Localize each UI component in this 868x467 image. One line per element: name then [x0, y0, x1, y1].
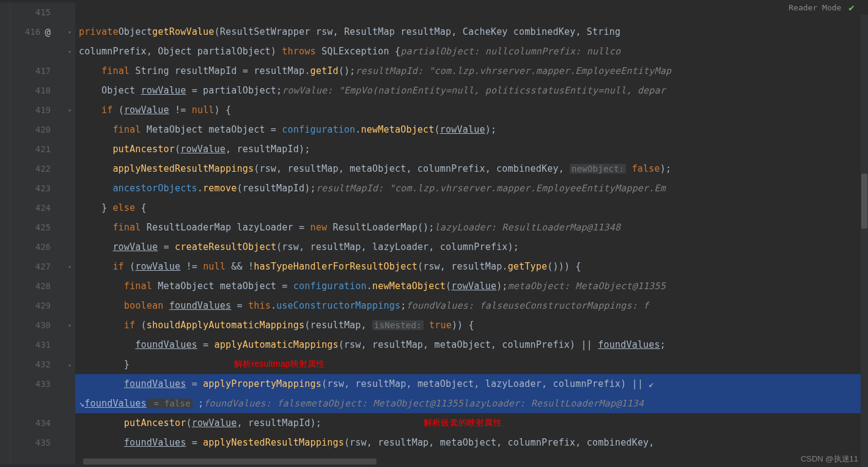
code-line[interactable]: } else { — [75, 198, 868, 218]
fold-icon[interactable]: ▾ — [64, 100, 75, 120]
line-number[interactable]: 419 — [10, 100, 64, 120]
line-number[interactable]: 423 — [10, 178, 64, 198]
code-line[interactable]: if (shouldApplyAutomaticMappings(resultM… — [75, 315, 868, 335]
code-line[interactable]: putAncestor(rowValue, resultMapId);解析嵌套的… — [75, 413, 868, 433]
left-margin — [0, 2, 10, 465]
code-line[interactable]: rowValue = createResultObject(rsw, resul… — [75, 237, 868, 257]
code-line[interactable]: putAncestor(rowValue, resultMapId); — [75, 139, 868, 159]
line-number[interactable]: 433 — [10, 374, 64, 394]
line-number[interactable]: 422 — [10, 159, 64, 178]
line-number[interactable]: 431 — [10, 335, 64, 355]
code-line[interactable]: final MetaObject metaObject = configurat… — [75, 120, 868, 139]
fold-gutter: ▾▾ ▾ ▾ ▾ ▴ — [64, 2, 75, 465]
code-area[interactable]: private Object getRowValue(ResultSetWrap… — [75, 2, 868, 465]
fold-icon[interactable]: ▴ — [64, 355, 75, 374]
code-line[interactable]: final MetaObject metaObject = configurat… — [75, 276, 868, 296]
code-line[interactable]: final ResultLoaderMap lazyLoader = new R… — [75, 218, 868, 237]
code-line[interactable]: Object rowValue = partialObject; rowValu… — [75, 81, 868, 100]
line-number[interactable]: 417 — [10, 61, 64, 81]
annotation: 解析resultmap映射属性 — [234, 359, 325, 370]
code-line[interactable] — [75, 2, 868, 22]
line-number[interactable]: 418 — [10, 81, 64, 100]
code-line[interactable]: applyNestedResultMappings(rsw, resultMap… — [75, 159, 868, 178]
code-editor[interactable]: 415 416 @ 417 418 419 420 421 422 423 42… — [0, 2, 868, 465]
code-line[interactable]: final String resultMapId = resultMap.get… — [75, 61, 868, 81]
line-number[interactable]: 424 — [10, 198, 64, 218]
line-number[interactable]: 416 @ — [10, 22, 64, 42]
code-line[interactable]: }解析resultmap映射属性 — [75, 355, 868, 374]
code-line[interactable]: foundValues = applyNestedResultMappings(… — [75, 433, 868, 452]
fold-icon[interactable]: ▾ — [64, 315, 75, 335]
code-line-highlighted[interactable]: foundValues = applyPropertyMappings(rsw,… — [75, 374, 868, 394]
line-number[interactable]: 428 — [10, 276, 64, 296]
code-line[interactable]: boolean foundValues = this.useConstructo… — [75, 296, 868, 315]
scrollbar-thumb[interactable] — [861, 174, 867, 229]
line-number[interactable]: 432 — [10, 355, 64, 374]
line-number[interactable]: 421 — [10, 139, 64, 159]
code-line[interactable]: private Object getRowValue(ResultSetWrap… — [75, 22, 868, 42]
line-number[interactable]: 435 — [10, 433, 64, 452]
fold-icon[interactable]: ▾ — [64, 42, 75, 61]
line-number[interactable]: 426 — [10, 237, 64, 257]
code-line[interactable]: if (rowValue != null) { — [75, 100, 868, 120]
code-line[interactable]: if (rowValue != null && !hasTypeHandlerF… — [75, 257, 868, 276]
code-line[interactable]: ancestorObjects.remove(resultMapId); res… — [75, 178, 868, 198]
horizontal-scrollbar[interactable] — [83, 458, 377, 465]
fold-icon[interactable]: ▾ — [64, 22, 75, 42]
watermark: CSDN @执迷11 — [801, 454, 858, 465]
line-number[interactable]: 415 — [10, 2, 64, 22]
line-number[interactable]: 429 — [10, 296, 64, 315]
line-number[interactable]: 420 — [10, 120, 64, 139]
annotation: 解析嵌套的映射属性 — [424, 417, 502, 428]
minimap-scrollbar[interactable] — [861, 15, 868, 467]
fold-icon[interactable]: ▾ — [64, 257, 75, 276]
code-line-highlighted[interactable]: ↘foundValues = false ; foundValues: fals… — [75, 394, 868, 413]
line-number[interactable]: 427 — [10, 257, 64, 276]
line-number — [10, 42, 64, 61]
code-line[interactable]: foundValues = applyAutomaticMappings(rsw… — [75, 335, 868, 355]
line-number[interactable]: 434 — [10, 413, 64, 433]
line-number[interactable]: 430 — [10, 315, 64, 335]
line-number[interactable]: 425 — [10, 218, 64, 237]
gutter: 415 416 @ 417 418 419 420 421 422 423 42… — [10, 2, 64, 465]
code-line[interactable]: columnPrefix, Object partialObject) thro… — [75, 42, 868, 61]
line-number — [10, 394, 64, 413]
